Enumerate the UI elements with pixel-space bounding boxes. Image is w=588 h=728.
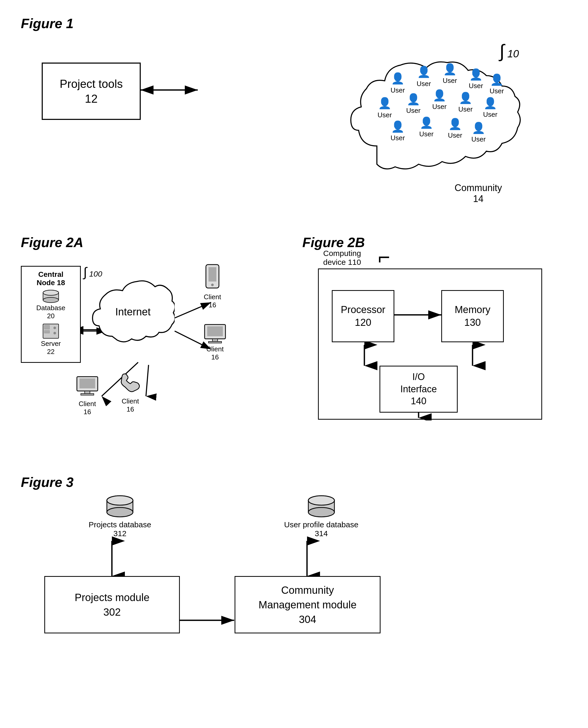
svg-text:👤: 👤 bbox=[378, 97, 392, 110]
fig2a-title: Figure 2A bbox=[21, 234, 287, 250]
svg-text:👤: 👤 bbox=[433, 89, 446, 102]
computing-device-box: Processor 120 Memory 130 I/O Interface bbox=[318, 269, 542, 420]
svg-text:User: User bbox=[391, 134, 405, 142]
svg-text:👤: 👤 bbox=[448, 118, 462, 130]
svg-point-82 bbox=[107, 496, 133, 505]
svg-text:User: User bbox=[433, 103, 447, 110]
svg-text:👤: 👤 bbox=[420, 116, 434, 129]
client-mobile-top-label: Client 16 bbox=[203, 293, 222, 309]
svg-rect-59 bbox=[209, 341, 222, 343]
processor-box: Processor 120 bbox=[332, 290, 394, 342]
svg-rect-62 bbox=[85, 391, 90, 394]
svg-rect-58 bbox=[212, 339, 218, 341]
svg-text:👤: 👤 bbox=[472, 122, 486, 134]
figure2-row: Figure 2A bbox=[21, 234, 567, 454]
project-tools-box: Project tools 12 bbox=[42, 63, 141, 120]
community-module-label: Community Management module 304 bbox=[258, 583, 357, 627]
figure1-title: Figure 1 bbox=[21, 16, 567, 31]
svg-text:User: User bbox=[417, 80, 431, 88]
svg-rect-61 bbox=[80, 378, 95, 388]
svg-text:User: User bbox=[471, 135, 486, 143]
svg-rect-63 bbox=[81, 394, 94, 395]
svg-point-50 bbox=[54, 327, 56, 329]
svg-text:👤: 👤 bbox=[459, 91, 472, 105]
memory-box: Memory 130 bbox=[441, 290, 504, 342]
svg-text:User: User bbox=[419, 130, 434, 138]
processor-label: Processor 120 bbox=[341, 304, 385, 329]
svg-rect-48 bbox=[44, 325, 49, 329]
projects-module-label: Projects module 302 bbox=[75, 590, 150, 619]
community-label: Community 14 bbox=[455, 183, 502, 204]
svg-point-81 bbox=[107, 507, 133, 517]
internet-cloud: Internet ∫ 100 bbox=[91, 279, 175, 350]
svg-text:User: User bbox=[483, 110, 498, 118]
server-label: Server 22 bbox=[41, 340, 61, 356]
client-phone-label: Client 16 bbox=[120, 397, 141, 413]
figure3-container: Projects database 312 User profile datab… bbox=[21, 495, 567, 678]
server-item: Server 22 bbox=[25, 323, 76, 356]
client-monitor: Client 16 bbox=[203, 323, 227, 361]
client-mobile-top: Client 16 bbox=[203, 263, 222, 309]
client-desktop-label: Client 16 bbox=[76, 400, 99, 416]
memory-label: Memory 130 bbox=[455, 304, 490, 329]
project-tools-label: Project tools 12 bbox=[60, 76, 123, 106]
svg-text:User: User bbox=[391, 86, 405, 94]
svg-rect-54 bbox=[209, 267, 216, 282]
svg-text:User: User bbox=[459, 105, 473, 113]
svg-text:👤: 👤 bbox=[443, 63, 457, 76]
figure1-container: Project tools 12 👤 👤 👤 👤 👤 User User Use… bbox=[21, 37, 567, 214]
svg-text:👤: 👤 bbox=[490, 73, 504, 86]
svg-text:User: User bbox=[469, 82, 483, 90]
svg-text:👤: 👤 bbox=[483, 97, 497, 110]
svg-text:User: User bbox=[406, 107, 421, 115]
user-profile-db-label: User profile database 314 bbox=[284, 520, 358, 538]
svg-rect-49 bbox=[44, 331, 49, 333]
io-interface-label: I/O Interface 140 bbox=[400, 371, 437, 408]
projects-module-box: Projects module 302 bbox=[44, 576, 180, 633]
svg-point-46 bbox=[43, 290, 59, 295]
svg-point-45 bbox=[43, 297, 59, 303]
fig2b-title: Figure 2B bbox=[302, 234, 567, 250]
community-cloud: 👤 👤 👤 👤 👤 User User User User User 👤 👤 👤… bbox=[345, 42, 528, 177]
svg-text:User: User bbox=[490, 87, 504, 95]
central-node-title: Central Node 18 bbox=[25, 270, 76, 287]
svg-text:User: User bbox=[378, 111, 392, 119]
client-desktop: Client 16 bbox=[76, 375, 99, 416]
figure2a-container: Figure 2A bbox=[21, 234, 287, 454]
svg-text:User: User bbox=[448, 131, 462, 139]
svg-point-55 bbox=[211, 284, 214, 286]
bracket-10: ∫ 10 bbox=[499, 44, 519, 60]
database-item: Database 20 bbox=[25, 290, 76, 320]
svg-rect-57 bbox=[207, 326, 223, 336]
svg-text:👤: 👤 bbox=[469, 68, 483, 81]
svg-text:👤: 👤 bbox=[391, 120, 405, 133]
client-monitor-label: Client 16 bbox=[203, 345, 227, 361]
brace-icon: ⌐ bbox=[378, 249, 390, 266]
user-profile-db: User profile database 314 bbox=[284, 495, 358, 538]
client-phone: Client 16 bbox=[120, 373, 141, 413]
svg-text:User: User bbox=[443, 77, 457, 84]
svg-point-85 bbox=[308, 507, 334, 517]
projects-db: Projects database 312 bbox=[89, 495, 151, 538]
svg-line-41 bbox=[146, 365, 149, 396]
svg-text:👤: 👤 bbox=[417, 65, 431, 79]
svg-text:👤: 👤 bbox=[391, 72, 405, 85]
svg-text:Internet: Internet bbox=[115, 306, 151, 317]
computing-device-label: Computing device 110 bbox=[323, 249, 361, 267]
database-label: Database 20 bbox=[36, 304, 65, 320]
projects-db-label: Projects database 312 bbox=[89, 520, 151, 538]
io-interface-box: I/O Interface 140 bbox=[379, 366, 458, 413]
figure2b-container: Figure 2B Computing device 110 ⌐ bbox=[302, 234, 567, 454]
figure3-title: Figure 3 bbox=[21, 474, 567, 490]
svg-point-86 bbox=[308, 496, 334, 505]
community-module-box: Community Management module 304 bbox=[235, 576, 380, 633]
page: Figure 1 Project tools 12 bbox=[0, 0, 588, 728]
central-node-box: Central Node 18 Database 20 bbox=[21, 266, 81, 363]
bracket-100: ∫ 100 bbox=[83, 265, 102, 280]
svg-point-51 bbox=[54, 332, 56, 334]
svg-text:👤: 👤 bbox=[406, 93, 420, 106]
